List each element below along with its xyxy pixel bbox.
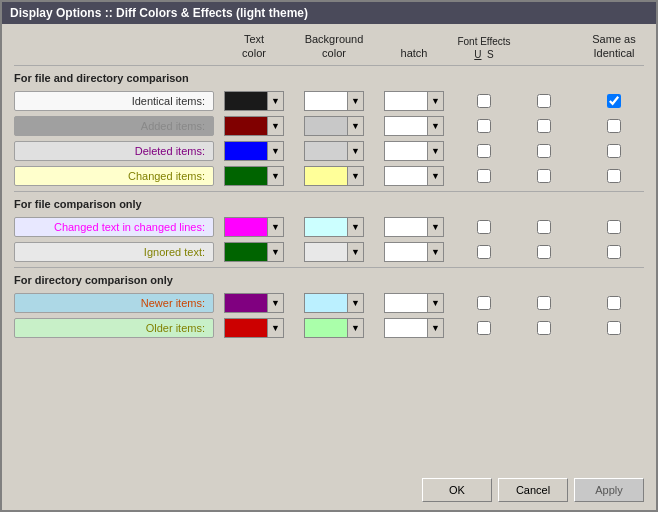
bg-color-dropdown-added-items[interactable]: ▼ xyxy=(348,116,364,136)
text-color-dropdown-changed-text[interactable]: ▼ xyxy=(268,217,284,237)
column-headers: Textcolor Backgroundcolor hatch Font Eff… xyxy=(14,32,644,61)
bg-color-dropdown-deleted-items[interactable]: ▼ xyxy=(348,141,364,161)
text-color-dropdown-newer-items[interactable]: ▼ xyxy=(268,293,284,313)
underline-checkbox-older-items[interactable] xyxy=(477,321,491,335)
bg-color-btn-added-items: ▼ xyxy=(296,115,372,137)
strikeout-checkbox-newer-items[interactable] xyxy=(537,296,551,310)
bg-color-dropdown-ignored-text[interactable]: ▼ xyxy=(348,242,364,262)
bg-color-swatch-deleted-items[interactable] xyxy=(304,141,348,161)
strikeout-checkbox-identical-items[interactable] xyxy=(537,94,551,108)
text-color-dropdown-changed-items[interactable]: ▼ xyxy=(268,166,284,186)
strikeout-cell-changed-items xyxy=(514,169,574,183)
font-swatch-dropdown-ignored-text[interactable]: ▼ xyxy=(428,242,444,262)
same-as-checkbox-identical-items[interactable] xyxy=(607,94,621,108)
same-as-checkbox-newer-items[interactable] xyxy=(607,296,621,310)
font-swatch-newer-items[interactable] xyxy=(384,293,428,313)
font-swatch-dropdown-older-items[interactable]: ▼ xyxy=(428,318,444,338)
text-color-swatch-changed-text[interactable] xyxy=(224,217,268,237)
text-color-dropdown-older-items[interactable]: ▼ xyxy=(268,318,284,338)
text-color-swatch-added-items[interactable] xyxy=(224,116,268,136)
font-swatch-btn-older-items: ▼ xyxy=(376,317,452,339)
font-swatch-added-items[interactable] xyxy=(384,116,428,136)
bg-color-swatch-newer-items[interactable] xyxy=(304,293,348,313)
font-swatch-btn-changed-text: ▼ xyxy=(376,216,452,238)
underline-checkbox-identical-items[interactable] xyxy=(477,94,491,108)
text-color-swatch-ignored-text[interactable] xyxy=(224,242,268,262)
underline-cell-changed-items xyxy=(454,169,514,183)
underline-checkbox-ignored-text[interactable] xyxy=(477,245,491,259)
same-as-checkbox-deleted-items[interactable] xyxy=(607,144,621,158)
text-color-swatch-deleted-items[interactable] xyxy=(224,141,268,161)
underline-checkbox-changed-text[interactable] xyxy=(477,220,491,234)
text-color-swatch-newer-items[interactable] xyxy=(224,293,268,313)
bg-color-dropdown-identical-items[interactable]: ▼ xyxy=(348,91,364,111)
strikeout-checkbox-ignored-text[interactable] xyxy=(537,245,551,259)
font-swatch-changed-items[interactable] xyxy=(384,166,428,186)
underline-checkbox-added-items[interactable] xyxy=(477,119,491,133)
same-as-checkbox-changed-text[interactable] xyxy=(607,220,621,234)
same-as-checkbox-added-items[interactable] xyxy=(607,119,621,133)
content-area: Textcolor Backgroundcolor hatch Font Eff… xyxy=(2,24,656,472)
text-color-dropdown-ignored-text[interactable]: ▼ xyxy=(268,242,284,262)
bg-color-swatch-identical-items[interactable] xyxy=(304,91,348,111)
text-color-swatch-older-items[interactable] xyxy=(224,318,268,338)
text-color-swatch-changed-items[interactable] xyxy=(224,166,268,186)
font-swatch-identical-items[interactable] xyxy=(384,91,428,111)
bg-color-dropdown-changed-items[interactable]: ▼ xyxy=(348,166,364,186)
same-as-checkbox-ignored-text[interactable] xyxy=(607,245,621,259)
bg-color-swatch-older-items[interactable] xyxy=(304,318,348,338)
same-as-cell-identical-items xyxy=(574,94,654,108)
font-swatch-changed-text[interactable] xyxy=(384,217,428,237)
sections-container: For file and directory comparisonIdentic… xyxy=(14,65,644,339)
bg-color-swatch-changed-text[interactable] xyxy=(304,217,348,237)
text-color-swatch-identical-items[interactable] xyxy=(224,91,268,111)
text-color-dropdown-added-items[interactable]: ▼ xyxy=(268,116,284,136)
underline-checkbox-newer-items[interactable] xyxy=(477,296,491,310)
font-swatch-deleted-items[interactable] xyxy=(384,141,428,161)
bg-color-swatch-ignored-text[interactable] xyxy=(304,242,348,262)
font-swatch-dropdown-deleted-items[interactable]: ▼ xyxy=(428,141,444,161)
same-as-cell-older-items xyxy=(574,321,654,335)
font-swatch-older-items[interactable] xyxy=(384,318,428,338)
font-swatch-ignored-text[interactable] xyxy=(384,242,428,262)
font-swatch-dropdown-newer-items[interactable]: ▼ xyxy=(428,293,444,313)
underline-cell-added-items xyxy=(454,119,514,133)
bg-color-swatch-changed-items[interactable] xyxy=(304,166,348,186)
section-label-2: For directory comparison only xyxy=(14,274,644,288)
text-color-dropdown-identical-items[interactable]: ▼ xyxy=(268,91,284,111)
strikeout-checkbox-changed-items[interactable] xyxy=(537,169,551,183)
bg-color-btn-deleted-items: ▼ xyxy=(296,140,372,162)
same-as-checkbox-older-items[interactable] xyxy=(607,321,621,335)
underline-cell-identical-items xyxy=(454,94,514,108)
apply-button[interactable]: Apply xyxy=(574,478,644,502)
bg-color-dropdown-changed-text[interactable]: ▼ xyxy=(348,217,364,237)
label-identical-items: Identical items: xyxy=(14,91,214,111)
same-as-checkbox-changed-items[interactable] xyxy=(607,169,621,183)
font-swatch-btn-deleted-items: ▼ xyxy=(376,140,452,162)
strikeout-checkbox-changed-text[interactable] xyxy=(537,220,551,234)
font-swatch-dropdown-changed-items[interactable]: ▼ xyxy=(428,166,444,186)
bg-color-dropdown-newer-items[interactable]: ▼ xyxy=(348,293,364,313)
label-ignored-text: Ignored text: xyxy=(14,242,214,262)
strikeout-checkbox-older-items[interactable] xyxy=(537,321,551,335)
ok-button[interactable]: OK xyxy=(422,478,492,502)
strikeout-checkbox-added-items[interactable] xyxy=(537,119,551,133)
strikeout-cell-ignored-text xyxy=(514,245,574,259)
font-swatch-dropdown-identical-items[interactable]: ▼ xyxy=(428,91,444,111)
footer: OK Cancel Apply xyxy=(2,472,656,510)
bg-color-btn-identical-items: ▼ xyxy=(296,90,372,112)
bg-color-swatch-added-items[interactable] xyxy=(304,116,348,136)
strikeout-cell-added-items xyxy=(514,119,574,133)
title-text: Display Options :: Diff Colors & Effects… xyxy=(10,6,308,20)
text-color-dropdown-deleted-items[interactable]: ▼ xyxy=(268,141,284,161)
font-swatch-dropdown-added-items[interactable]: ▼ xyxy=(428,116,444,136)
font-swatch-dropdown-changed-text[interactable]: ▼ xyxy=(428,217,444,237)
bg-color-dropdown-older-items[interactable]: ▼ xyxy=(348,318,364,338)
row-deleted-items: Deleted items:▼▼▼ xyxy=(14,140,644,162)
underline-checkbox-changed-items[interactable] xyxy=(477,169,491,183)
font-swatch-btn-ignored-text: ▼ xyxy=(376,241,452,263)
section-0: For file and directory comparisonIdentic… xyxy=(14,65,644,187)
underline-checkbox-deleted-items[interactable] xyxy=(477,144,491,158)
cancel-button[interactable]: Cancel xyxy=(498,478,568,502)
strikeout-checkbox-deleted-items[interactable] xyxy=(537,144,551,158)
